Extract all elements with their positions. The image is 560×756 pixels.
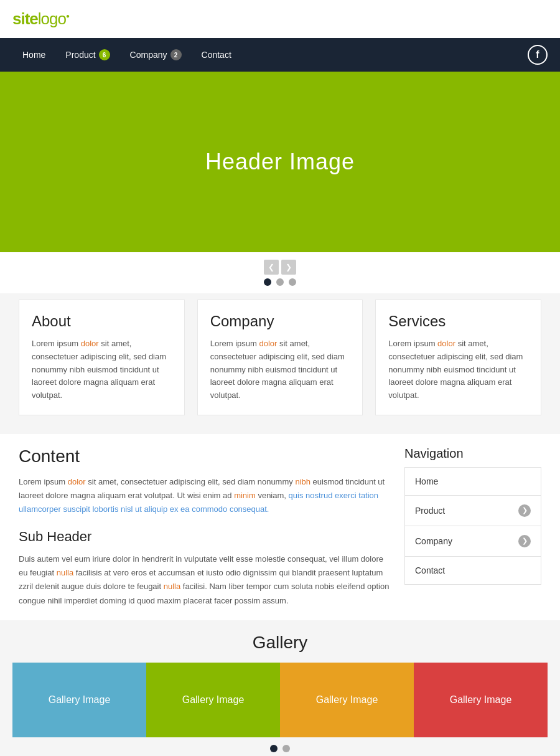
page-wrapper: sitelogo● Home Product 6 Company 2 Conta…	[0, 0, 560, 756]
slider-prev[interactable]: ❮	[264, 260, 279, 275]
three-cols: About Lorem ipsum dolor sit amet, consec…	[0, 293, 560, 434]
hero-banner: Header Image	[0, 72, 560, 252]
gallery-dots	[12, 737, 548, 756]
nav-item-company[interactable]: Company 2	[120, 38, 192, 72]
sidebar-product-label: Product	[415, 506, 445, 516]
product-arrow-icon: ❯	[518, 504, 531, 517]
gallery-item-3[interactable]: Gallery Image	[280, 663, 414, 737]
sidebar-nav-title: Navigation	[404, 447, 541, 461]
nav-product-badge: 6	[99, 49, 110, 60]
sidebar-company-label: Company	[415, 536, 452, 546]
sidebar-home-label: Home	[415, 476, 438, 486]
content-body2: Duis autem vel eum iriure dolor in hendr…	[19, 552, 392, 607]
nav-item-contact[interactable]: Contact	[192, 39, 241, 71]
gallery-item-4[interactable]: Gallery Image	[414, 663, 548, 737]
nav-contact-label: Contact	[202, 50, 231, 60]
gallery-grid: Gallery Image Gallery Image Gallery Imag…	[12, 663, 548, 737]
content-subheader: Sub Header	[19, 529, 392, 545]
slider-dot-3[interactable]	[289, 278, 296, 286]
gallery-title: Gallery	[12, 633, 548, 653]
nav-product-label: Product	[65, 50, 95, 60]
sidebar-contact-label: Contact	[415, 565, 445, 575]
company-arrow-icon: ❯	[518, 535, 531, 547]
nav-company-badge: 2	[170, 49, 182, 60]
gallery-dot-2[interactable]	[282, 745, 290, 752]
nav-item-home[interactable]: Home	[12, 39, 55, 71]
main-nav: Home Product 6 Company 2 Contact f	[0, 38, 560, 72]
sidebar-nav-item-company[interactable]: Company ❯	[405, 526, 541, 557]
content-nav-section: Content Lorem ipsum dolor sit amet, cons…	[0, 434, 560, 620]
logo-dot: ●	[66, 12, 69, 19]
slider-next[interactable]: ❯	[281, 260, 296, 275]
gallery-section: Gallery Gallery Image Gallery Image Gall…	[0, 620, 560, 756]
nav-home-label: Home	[22, 50, 45, 60]
site-logo[interactable]: sitelogo●	[12, 9, 69, 29]
logo-text: site	[12, 9, 38, 28]
nav-company-label: Company	[130, 50, 167, 60]
slider-dot-2[interactable]	[276, 278, 284, 286]
card-company-title: Company	[210, 313, 350, 330]
sidebar-nav-item-product[interactable]: Product ❯	[405, 496, 541, 526]
nav-items: Home Product 6 Company 2 Contact	[12, 38, 241, 72]
gallery-image-label-4: Gallery Image	[450, 694, 512, 706]
card-services-title: Services	[388, 313, 528, 330]
slider-dots	[264, 278, 296, 286]
content-title: Content	[19, 447, 392, 466]
gallery-item-2[interactable]: Gallery Image	[146, 663, 280, 737]
slider-dot-1[interactable]	[264, 278, 271, 286]
card-about-body: Lorem ipsum dolor sit amet, consectetuer…	[32, 338, 172, 402]
slider-controls: ❮ ❯	[0, 252, 560, 293]
site-header: sitelogo●	[0, 0, 560, 38]
facebook-icon[interactable]: f	[528, 45, 548, 65]
card-company: Company Lorem ipsum dolor sit amet, cons…	[197, 300, 363, 415]
card-services-body: Lorem ipsum dolor sit amet, consectetuer…	[388, 338, 528, 402]
sidebar-nav-item-home[interactable]: Home	[405, 468, 541, 496]
sidebar-nav-item-contact[interactable]: Contact	[405, 557, 541, 584]
nav-list: Home Product ❯ Company ❯ Contact	[404, 467, 541, 585]
gallery-dot-1[interactable]	[270, 745, 278, 752]
gallery-image-label-2: Gallery Image	[182, 694, 245, 706]
card-services: Services Lorem ipsum dolor sit amet, con…	[375, 300, 541, 415]
main-content: Content Lorem ipsum dolor sit amet, cons…	[19, 447, 392, 608]
content-body1: Lorem ipsum dolor sit amet, consectetuer…	[19, 475, 392, 516]
card-about: About Lorem ipsum dolor sit amet, consec…	[19, 300, 185, 415]
slider-arrows: ❮ ❯	[264, 260, 296, 275]
gallery-image-label-3: Gallery Image	[316, 694, 378, 706]
hero-title: Header Image	[205, 149, 355, 175]
card-company-body: Lorem ipsum dolor sit amet, consectetuer…	[210, 338, 350, 402]
card-about-title: About	[32, 313, 172, 330]
gallery-image-label-1: Gallery Image	[49, 694, 111, 706]
gallery-item-1[interactable]: Gallery Image	[12, 663, 146, 737]
logo-accent: logo	[38, 9, 66, 28]
nav-item-product[interactable]: Product 6	[55, 38, 119, 72]
sidebar-nav: Navigation Home Product ❯ Company ❯ Cont…	[404, 447, 541, 608]
